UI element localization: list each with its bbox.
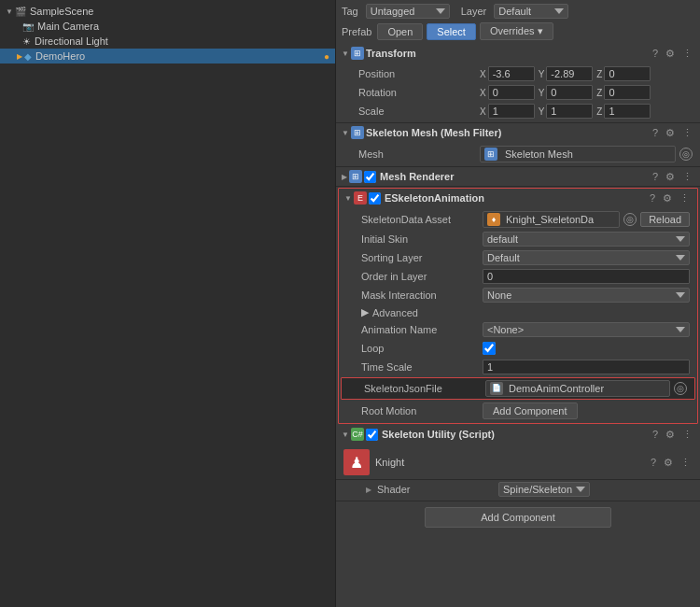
knight-icons: ? ⚙ ⋮: [649, 457, 693, 469]
scale-xyz: X Y Z: [480, 104, 693, 119]
loop-row: Loop: [339, 339, 697, 358]
skeleton-mesh-expand-icon: ▼: [342, 129, 349, 137]
mesh-renderer-title: Mesh Renderer: [380, 171, 651, 182]
skeleton-utility-body: ♟ Knight ? ⚙ ⋮ ▶ Shader Spine/Skeleton: [336, 444, 700, 501]
root-motion-label: Root Motion: [361, 405, 483, 416]
position-y-input[interactable]: [546, 66, 593, 81]
skeleton-utility-checkbox[interactable]: [366, 429, 378, 441]
knight-help-icon[interactable]: ?: [649, 457, 658, 469]
layer-dropdown[interactable]: Default: [494, 4, 568, 19]
add-component-button[interactable]: Add Component: [425, 507, 611, 528]
skeleton-mesh-settings-icon[interactable]: ⚙: [664, 127, 677, 139]
animation-name-dropdown[interactable]: <None>: [483, 322, 690, 337]
add-component-inline-button[interactable]: Add Component: [483, 402, 578, 419]
tag-dropdown[interactable]: Untagged: [366, 4, 450, 19]
y-label: Y: [539, 69, 545, 79]
mesh-renderer-header[interactable]: ▶ ⊞ Mesh Renderer ? ⚙ ⋮: [336, 167, 700, 186]
sidebar-item-directional-light[interactable]: ☀ Directional Light: [0, 34, 335, 49]
sidebar-item-samplescene[interactable]: ▼ 🎬 SampleScene: [0, 4, 335, 19]
rotation-y-input[interactable]: [546, 85, 593, 100]
transform-icon: ⊞: [351, 47, 364, 60]
skeleton-utility-icon: C#: [351, 428, 364, 441]
initial-skin-dropdown[interactable]: default: [483, 232, 690, 247]
skeleton-json-select-btn[interactable]: ◎: [674, 382, 687, 395]
mesh-renderer-help-icon[interactable]: ?: [651, 171, 660, 183]
sidebar-item-demo-hero[interactable]: ▶ ◆ DemoHero ●: [0, 49, 335, 64]
skeleton-mesh-header[interactable]: ▼ ⊞ Skeleton Mesh (Mesh Filter) ? ⚙ ⋮: [336, 123, 700, 142]
transform-settings-icon[interactable]: ⚙: [664, 48, 677, 60]
eskeleton-animation-header[interactable]: ▼ E ESkeletonAnimation ? ⚙ ⋮: [339, 189, 697, 207]
knight-sub-component: ♟ Knight ? ⚙ ⋮: [336, 445, 700, 480]
rotation-label: Rotation: [358, 87, 480, 98]
initial-skin-row: Initial Skin default: [339, 230, 697, 248]
light-icon: ☀: [22, 36, 31, 47]
knight-menu-icon[interactable]: ⋮: [679, 457, 693, 469]
sorting-layer-value: Default: [483, 250, 690, 265]
scale-x-item: X: [480, 104, 535, 119]
position-z-input[interactable]: [604, 66, 651, 81]
eskeleton-help-icon[interactable]: ?: [648, 192, 657, 205]
transform-help-icon[interactable]: ?: [651, 48, 660, 60]
mesh-renderer-icon: ⊞: [349, 170, 362, 183]
skeleton-utility-header[interactable]: ▼ C# Skeleton Utility (Script) ? ⚙ ⋮: [336, 425, 700, 444]
skeleton-mesh-help-icon[interactable]: ?: [651, 127, 660, 139]
skeleton-utility-settings-icon[interactable]: ⚙: [664, 429, 677, 441]
order-in-layer-input[interactable]: [483, 269, 690, 284]
main-layout: ▼ 🎬 SampleScene 📷 Main Camera ☀ Directio…: [0, 0, 700, 607]
hero-label: DemoHero: [35, 50, 85, 62]
sidebar-item-main-camera[interactable]: 📷 Main Camera: [0, 19, 335, 34]
transform-header[interactable]: ▼ ⊞ Transform ? ⚙ ⋮: [336, 44, 700, 63]
mesh-renderer-expand-icon: ▶: [342, 173, 347, 181]
knight-avatar-icon: ♟: [350, 454, 363, 472]
eskeleton-menu-icon[interactable]: ⋮: [678, 192, 692, 205]
mesh-value: ⊞ Skeleton Mesh ◎: [480, 146, 693, 162]
skeleton-utility-help-icon[interactable]: ?: [651, 429, 660, 441]
mesh-select-btn[interactable]: ◎: [679, 148, 693, 161]
skeleton-utility-title: Skeleton Utility (Script): [382, 429, 651, 440]
skeleton-mesh-icon: ⊞: [351, 126, 364, 139]
position-z-item: Z: [596, 66, 651, 81]
overrides-label: Overrides: [490, 25, 535, 36]
advanced-toggle[interactable]: ▶ Advanced: [361, 306, 418, 318]
skeleton-mesh-component: ▼ ⊞ Skeleton Mesh (Mesh Filter) ? ⚙ ⋮ Me…: [336, 123, 700, 167]
scale-z-item: Z: [596, 104, 651, 119]
time-scale-row: Time Scale: [339, 358, 697, 376]
scale-x-input[interactable]: [488, 104, 535, 119]
position-x-input[interactable]: [488, 66, 535, 81]
rotation-x-item: X: [480, 85, 535, 100]
skeleton-mesh-menu-icon[interactable]: ⋮: [680, 127, 694, 139]
mesh-icon: ⊞: [484, 148, 497, 161]
sorting-layer-dropdown[interactable]: Default: [483, 250, 690, 265]
rotation-x-input[interactable]: [488, 85, 535, 100]
mesh-renderer-settings-icon[interactable]: ⚙: [664, 171, 677, 183]
object-icon: ◆: [24, 51, 32, 62]
knight-settings-icon[interactable]: ⚙: [662, 457, 675, 469]
skeleton-utility-menu-icon[interactable]: ⋮: [680, 429, 694, 441]
reload-button[interactable]: Reload: [640, 212, 690, 227]
mesh-renderer-menu-icon[interactable]: ⋮: [680, 171, 694, 183]
mask-interaction-dropdown[interactable]: None: [483, 288, 690, 303]
overrides-button[interactable]: Overrides ▾: [480, 22, 553, 40]
eskeleton-checkbox[interactable]: [369, 192, 381, 205]
open-button[interactable]: Open: [377, 23, 423, 40]
time-scale-input[interactable]: [483, 360, 690, 374]
eskeleton-settings-icon[interactable]: ⚙: [661, 192, 674, 205]
mesh-renderer-title-text: Mesh Renderer: [380, 171, 454, 182]
rotation-z-input[interactable]: [604, 85, 651, 100]
shader-expand-icon: ▶: [366, 486, 371, 494]
transform-menu-icon[interactable]: ⋮: [680, 48, 694, 60]
scale-z-input[interactable]: [604, 104, 651, 119]
animation-name-label: Animation Name: [361, 324, 483, 335]
rotation-y-item: Y: [539, 85, 594, 100]
shader-dropdown[interactable]: Spine/Skeleton: [498, 482, 590, 497]
skeleton-utility-icons: ? ⚙ ⋮: [651, 429, 694, 441]
initial-skin-value: default: [483, 232, 690, 247]
select-button[interactable]: Select: [427, 23, 476, 40]
transform-title: Transform: [366, 48, 651, 59]
loop-checkbox[interactable]: [483, 342, 496, 355]
scale-y-input[interactable]: [546, 104, 593, 119]
skeleton-json-row: SkeletonJsonFile 📄 DemoAnimController ◎: [341, 377, 695, 400]
mesh-renderer-checkbox[interactable]: [364, 171, 376, 183]
skeleton-data-select-btn[interactable]: ◎: [623, 213, 637, 226]
skeleton-data-value: ♦ Knight_SkeletonDa ◎ Reload: [483, 211, 690, 228]
